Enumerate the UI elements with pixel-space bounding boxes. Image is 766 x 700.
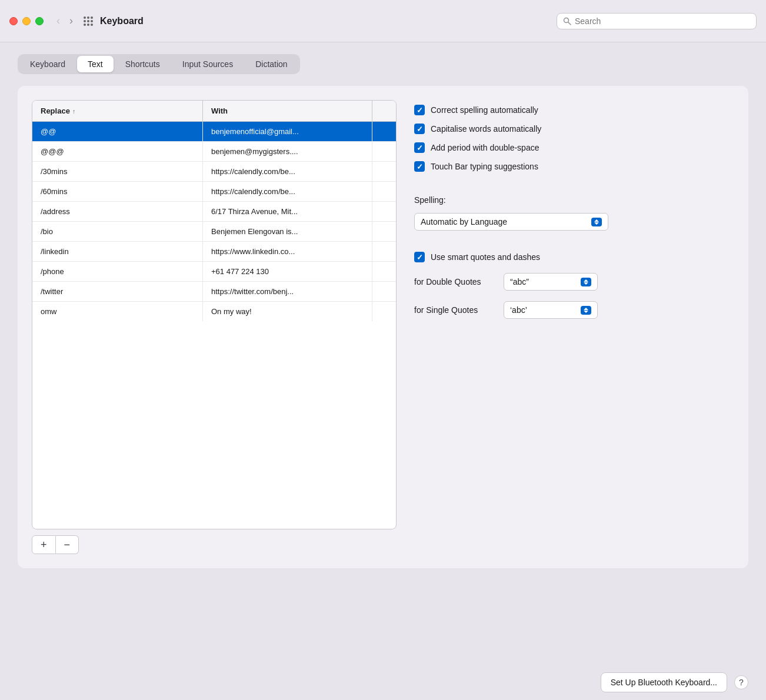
add-period-label: Add period with double-space bbox=[431, 143, 539, 152]
tab-text[interactable]: Text bbox=[77, 56, 114, 72]
checkbox-touch-bar[interactable]: Touch Bar typing suggestions bbox=[414, 161, 734, 172]
bottom-bar: Set Up Bluetooth Keyboard... ? bbox=[0, 665, 766, 700]
tab-bar: Keyboard Text Shortcuts Input Sources Di… bbox=[18, 54, 300, 74]
back-button[interactable]: ‹ bbox=[53, 14, 64, 28]
table-row[interactable]: /phone +61 477 224 130 bbox=[32, 262, 396, 282]
bluetooth-keyboard-button[interactable]: Set Up Bluetooth Keyboard... bbox=[601, 672, 727, 692]
tab-dictation[interactable]: Dictation bbox=[245, 56, 298, 72]
single-quotes-select[interactable]: ‘abc’ bbox=[504, 301, 598, 319]
search-bar[interactable] bbox=[557, 13, 757, 29]
cell-with: On my way! bbox=[203, 302, 372, 321]
cell-replace: /bio bbox=[32, 222, 203, 241]
double-quotes-select[interactable]: “abc” bbox=[504, 273, 598, 291]
chevron-up-icon bbox=[584, 308, 588, 310]
maximize-button[interactable] bbox=[35, 17, 44, 25]
search-icon bbox=[563, 17, 571, 25]
double-quotes-value: “abc” bbox=[510, 277, 529, 286]
chevron-down-icon bbox=[584, 282, 588, 285]
tab-keyboard[interactable]: Keyboard bbox=[19, 56, 76, 72]
title-bar: ‹ › Keyboard bbox=[0, 0, 766, 42]
help-button[interactable]: ? bbox=[734, 675, 748, 689]
table-row[interactable]: /twitter https://twitter.com/benj... bbox=[32, 282, 396, 302]
app-grid-icon[interactable] bbox=[84, 16, 93, 26]
table-row[interactable]: @@ benjemenofficial@gmail... bbox=[32, 122, 396, 142]
search-input[interactable] bbox=[575, 16, 750, 26]
table-header: Replace ↑ With bbox=[32, 101, 396, 122]
col-replace: Replace ↑ bbox=[32, 101, 203, 121]
tab-shortcuts[interactable]: Shortcuts bbox=[115, 56, 171, 72]
chevron-down-icon bbox=[584, 311, 588, 313]
table-row[interactable]: /bio Benjemen Elengovan is... bbox=[32, 222, 396, 242]
double-quotes-row: for Double Quotes “abc” bbox=[414, 273, 734, 291]
checkbox-add-period[interactable]: Add period with double-space bbox=[414, 142, 734, 153]
panel: Replace ↑ With @@ benjemenofficial@gmail… bbox=[18, 86, 748, 568]
smart-quotes-label: Use smart quotes and dashes bbox=[431, 252, 540, 262]
options-section: Correct spelling automatically Capitalis… bbox=[414, 100, 734, 554]
single-quotes-label: for Single Quotes bbox=[414, 305, 497, 315]
cell-replace: /phone bbox=[32, 262, 203, 281]
checkbox-capitalise-words[interactable]: Capitalise words automatically bbox=[414, 124, 734, 134]
minimize-button[interactable] bbox=[22, 17, 31, 25]
cell-with: 6/17 Thirza Avenue, Mit... bbox=[203, 202, 372, 221]
spelling-label: Spelling: bbox=[414, 195, 734, 205]
capitalise-words-label: Capitalise words automatically bbox=[431, 124, 541, 134]
nav-buttons: ‹ › bbox=[53, 14, 76, 28]
table-section: Replace ↑ With @@ benjemenofficial@gmail… bbox=[32, 100, 397, 554]
cell-replace: @@ bbox=[32, 122, 203, 141]
cell-with: benjemenofficial@gmail... bbox=[203, 122, 372, 141]
table-actions: + − bbox=[32, 535, 397, 554]
cell-replace: /30mins bbox=[32, 162, 203, 181]
add-entry-button[interactable]: + bbox=[32, 535, 56, 554]
spelling-select-arrows bbox=[591, 218, 602, 226]
chevron-up-icon bbox=[584, 279, 588, 282]
smart-quotes-checkbox[interactable] bbox=[414, 252, 425, 262]
cell-with: https://www.linkedin.co... bbox=[203, 242, 372, 261]
table-row[interactable]: omw On my way! bbox=[32, 302, 396, 321]
cell-replace: /60mins bbox=[32, 182, 203, 201]
touch-bar-checkbox[interactable] bbox=[414, 161, 425, 172]
cell-replace: /address bbox=[32, 202, 203, 221]
svg-line-1 bbox=[568, 22, 571, 25]
spelling-select-value: Automatic by Language bbox=[421, 217, 507, 226]
single-quotes-row: for Single Quotes ‘abc’ bbox=[414, 301, 734, 319]
cell-replace: @@@ bbox=[32, 142, 203, 161]
cell-with: https://calendly.com/be... bbox=[203, 162, 372, 181]
table-row[interactable]: /address 6/17 Thirza Avenue, Mit... bbox=[32, 202, 396, 222]
checkbox-smart-quotes[interactable]: Use smart quotes and dashes bbox=[414, 252, 734, 262]
table-row[interactable]: @@@ benjemen@mygigsters.... bbox=[32, 142, 396, 162]
col-action bbox=[372, 101, 396, 121]
remove-entry-button[interactable]: − bbox=[56, 535, 79, 554]
single-quotes-value: ‘abc’ bbox=[510, 305, 527, 315]
correct-spelling-checkbox[interactable] bbox=[414, 105, 425, 115]
checkbox-correct-spelling[interactable]: Correct spelling automatically bbox=[414, 105, 734, 115]
chevron-up-icon bbox=[594, 219, 599, 222]
chevron-down-icon bbox=[594, 222, 599, 225]
traffic-lights bbox=[9, 17, 44, 25]
touch-bar-label: Touch Bar typing suggestions bbox=[431, 162, 538, 171]
table-row[interactable]: /60mins https://calendly.com/be... bbox=[32, 182, 396, 202]
spelling-select[interactable]: Automatic by Language bbox=[414, 213, 608, 231]
add-period-checkbox[interactable] bbox=[414, 142, 425, 153]
cell-with: Benjemen Elengovan is... bbox=[203, 222, 372, 241]
text-table: Replace ↑ With @@ benjemenofficial@gmail… bbox=[32, 100, 397, 529]
close-button[interactable] bbox=[9, 17, 18, 25]
svg-point-0 bbox=[564, 18, 569, 22]
tab-input-sources[interactable]: Input Sources bbox=[172, 56, 244, 72]
table-row[interactable]: /linkedin https://www.linkedin.co... bbox=[32, 242, 396, 262]
cell-replace: omw bbox=[32, 302, 203, 321]
cell-with: https://calendly.com/be... bbox=[203, 182, 372, 201]
single-quotes-arrows bbox=[581, 306, 591, 315]
window-title: Keyboard bbox=[100, 16, 557, 26]
table-row[interactable]: /30mins https://calendly.com/be... bbox=[32, 162, 396, 182]
double-quotes-arrows bbox=[581, 278, 591, 286]
cell-replace: /twitter bbox=[32, 282, 203, 301]
cell-with: +61 477 224 130 bbox=[203, 262, 372, 281]
table-body: @@ benjemenofficial@gmail... @@@ benjeme… bbox=[32, 122, 396, 321]
correct-spelling-label: Correct spelling automatically bbox=[431, 105, 538, 115]
cell-with: benjemen@mygigsters.... bbox=[203, 142, 372, 161]
cell-replace: /linkedin bbox=[32, 242, 203, 261]
capitalise-words-checkbox[interactable] bbox=[414, 124, 425, 134]
main-content: Keyboard Text Shortcuts Input Sources Di… bbox=[0, 42, 766, 665]
col-with: With bbox=[203, 101, 372, 121]
forward-button[interactable]: › bbox=[66, 14, 76, 28]
